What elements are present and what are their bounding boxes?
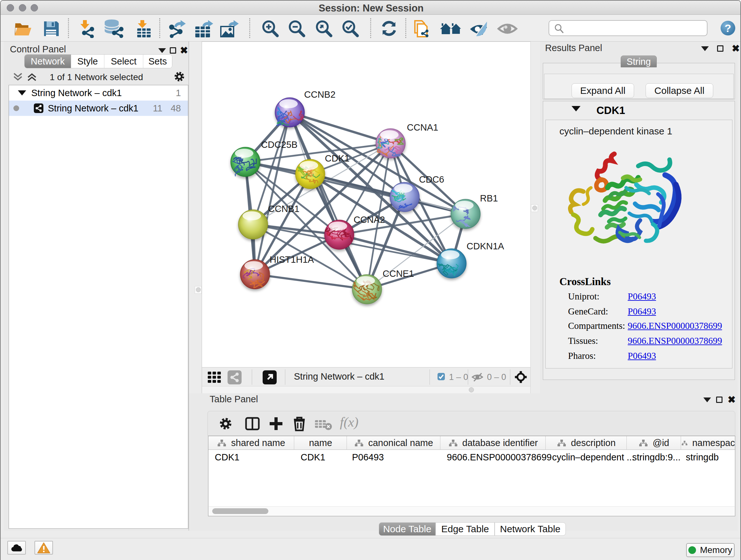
- svg-text:RB1: RB1: [480, 193, 498, 203]
- svg-text:CCNB1: CCNB1: [268, 204, 299, 214]
- svg-text:CCNA2: CCNA2: [354, 214, 385, 225]
- svg-text:CCNB2: CCNB2: [304, 89, 335, 100]
- svg-text:CCNE1: CCNE1: [383, 268, 414, 279]
- svg-text:CDKN1A: CDKN1A: [467, 241, 504, 251]
- svg-text:CDC6: CDC6: [419, 174, 444, 185]
- svg-text:CCNA1: CCNA1: [407, 122, 438, 132]
- svg-text:HIST1H1A: HIST1H1A: [270, 254, 314, 265]
- svg-text:CDK1: CDK1: [325, 153, 349, 164]
- svg-text:CDC25B: CDC25B: [261, 139, 297, 150]
